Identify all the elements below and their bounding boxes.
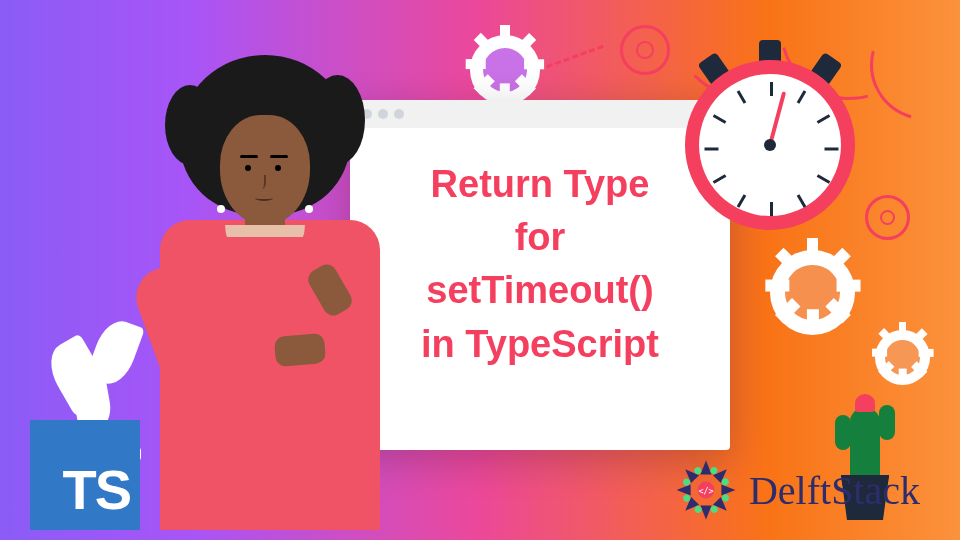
- svg-text:</>: </>: [698, 486, 713, 496]
- delftstack-mandala-icon: </>: [671, 455, 741, 525]
- delftstack-logo: </> DelftStack: [671, 455, 920, 525]
- typescript-badge: TS: [30, 420, 140, 530]
- decorative-dash: [546, 45, 603, 68]
- woman-illustration: [120, 65, 420, 525]
- title-line: in TypeScript: [370, 318, 710, 371]
- delftstack-text: DelftStack: [749, 467, 920, 514]
- title-line: for: [370, 211, 710, 264]
- gear-icon: [770, 250, 855, 335]
- typescript-badge-text: TS: [62, 457, 130, 522]
- title-line: Return Type: [370, 158, 710, 211]
- gear-icon: [470, 35, 540, 105]
- gear-outline-icon: [620, 25, 670, 75]
- gear-outline-icon: [865, 195, 910, 240]
- stopwatch-icon: [685, 60, 855, 230]
- title-line: setTimeout(): [370, 264, 710, 317]
